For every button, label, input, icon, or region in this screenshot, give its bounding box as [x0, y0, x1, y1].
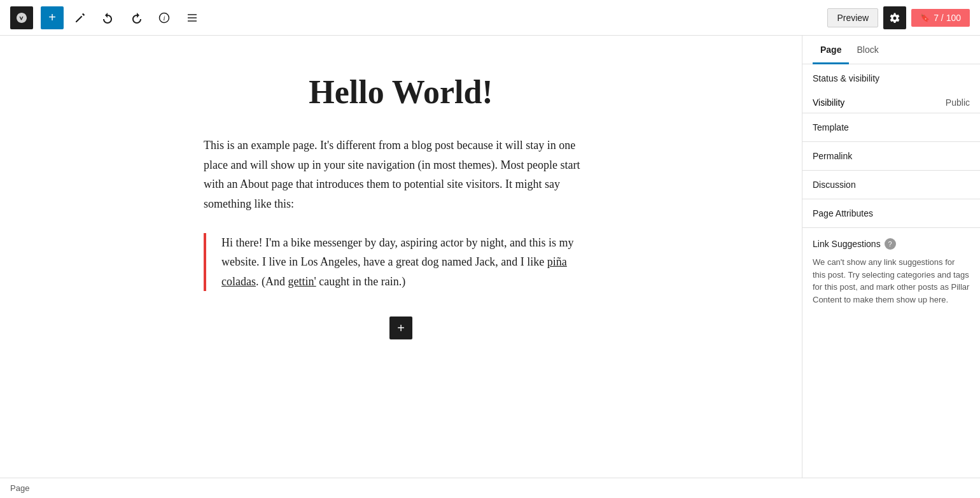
- sidebar: Page Block Status & visibility Visibilit…: [802, 36, 980, 478]
- discussion-section: Discussion: [802, 171, 980, 199]
- toolbar-right: Preview 🔖 7 / 100: [827, 6, 970, 29]
- discussion-header[interactable]: Discussion: [802, 171, 980, 199]
- editor-content: Hello World! This is an example page. It…: [204, 74, 598, 339]
- visibility-label: Visibility: [813, 97, 844, 108]
- blockquote-text: Hi there! I'm a bike messenger by day, a…: [221, 236, 573, 288]
- post-title[interactable]: Hello World!: [204, 74, 598, 110]
- permalink-section: Permalink: [802, 142, 980, 171]
- preview-button[interactable]: Preview: [827, 8, 878, 27]
- template-header[interactable]: Template: [802, 113, 980, 141]
- list-view-button[interactable]: [181, 6, 204, 29]
- tab-block[interactable]: Block: [849, 36, 886, 64]
- page-attributes-header[interactable]: Page Attributes: [802, 199, 980, 227]
- permalink-header[interactable]: Permalink: [802, 142, 980, 170]
- toolbar: + i Preview: [0, 0, 980, 36]
- editor-area: Hello World! This is an example page. It…: [0, 36, 802, 478]
- underline-gettin: gettin': [288, 275, 316, 288]
- page-attributes-section: Page Attributes: [802, 199, 980, 228]
- link-suggestions-title: Link Suggestions ?: [813, 238, 970, 250]
- visibility-value: Public: [946, 97, 970, 108]
- svg-text:i: i: [163, 14, 165, 22]
- add-block-button[interactable]: +: [41, 6, 64, 29]
- link-suggestions-section: Link Suggestions ? We can't show any lin…: [802, 228, 980, 316]
- toolbar-left: + i: [10, 6, 822, 29]
- link-suggestions-text: We can't show any link suggestions for t…: [813, 256, 970, 306]
- main-area: Hello World! This is an example page. It…: [0, 36, 980, 478]
- status-visibility-section: Status & visibility Visibility Public: [802, 64, 980, 113]
- sidebar-tabs: Page Block: [802, 36, 980, 64]
- add-block-bottom-button[interactable]: +: [389, 317, 412, 339]
- status-bar-label: Page: [10, 483, 29, 493]
- underline-pina: piña coladas: [221, 255, 567, 288]
- settings-button[interactable]: [883, 6, 906, 29]
- info-button[interactable]: i: [153, 6, 176, 29]
- redo-button[interactable]: [125, 6, 148, 29]
- tab-page[interactable]: Page: [813, 36, 849, 64]
- status-bar: Page: [0, 478, 980, 498]
- plus-icon: +: [397, 321, 405, 336]
- visibility-row: Visibility Public: [802, 92, 980, 113]
- undo-button[interactable]: [97, 6, 120, 29]
- publish-button[interactable]: 🔖 7 / 100: [911, 9, 970, 27]
- edit-icon-button[interactable]: [69, 6, 92, 29]
- template-section: Template: [802, 113, 980, 142]
- post-body[interactable]: This is an example page. It's different …: [204, 136, 598, 213]
- wp-logo: [10, 6, 33, 29]
- publish-icon: 🔖: [920, 13, 930, 22]
- status-visibility-header[interactable]: Status & visibility: [802, 64, 980, 92]
- blockquote[interactable]: Hi there! I'm a bike messenger by day, a…: [204, 233, 598, 292]
- help-icon[interactable]: ?: [885, 238, 896, 250]
